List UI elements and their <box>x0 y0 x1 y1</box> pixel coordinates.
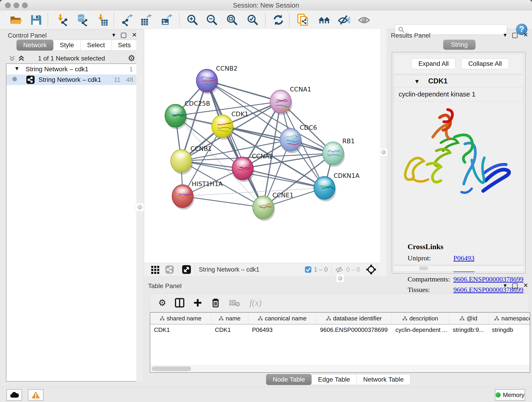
splitter-handle[interactable] <box>136 203 144 211</box>
vertical-splitter-right[interactable] <box>380 29 386 276</box>
vertical-splitter-left[interactable] <box>136 30 143 382</box>
node-label: CDC6 <box>300 124 317 131</box>
table-cell[interactable]: stringdb:9... <box>449 325 488 333</box>
table-cell[interactable]: cyclin-dependent ... <box>392 325 449 333</box>
import-database-icon[interactable] <box>76 14 88 26</box>
collapse-all-button[interactable]: Collapse All <box>461 58 509 69</box>
show-columns-icon[interactable] <box>175 298 184 307</box>
network-collection-row[interactable]: ▼ String Network – cdk1 1 <box>6 64 138 75</box>
network-node-rb1[interactable] <box>323 142 345 167</box>
delete-column-icon[interactable] <box>211 298 220 308</box>
home-networks-icon[interactable] <box>318 14 330 26</box>
zoom-in-icon[interactable] <box>186 14 199 26</box>
column-header-name[interactable]: name <box>211 313 248 324</box>
horizontal-splitter[interactable] <box>144 276 532 280</box>
birds-eye-view-icon[interactable] <box>182 265 191 274</box>
tab-select[interactable]: Select <box>81 40 112 51</box>
column-header-canonical-name[interactable]: canonical name <box>248 313 317 324</box>
tab-node-table[interactable]: Node Table <box>266 374 312 385</box>
results-scrollbar[interactable] <box>394 266 524 272</box>
network-node-hist1h1a[interactable] <box>172 185 194 210</box>
panel-close-icon[interactable]: ✕ <box>132 32 137 38</box>
crosslink-link[interactable]: P06493 <box>453 254 475 262</box>
tab-style[interactable]: Style <box>53 40 81 51</box>
expand-all-button[interactable]: Expand All <box>411 58 456 69</box>
network-edge[interactable] <box>243 168 324 188</box>
panel-float-icon[interactable]: ▢ <box>512 32 518 38</box>
grid-view-icon[interactable] <box>151 265 160 274</box>
import-network-icon[interactable] <box>56 14 68 26</box>
memory-button[interactable]: Memory <box>495 389 525 401</box>
table-options-gear-icon[interactable]: ⚙ <box>158 298 166 308</box>
column-type-icon <box>460 316 464 320</box>
add-column-icon[interactable] <box>193 298 202 307</box>
hide-selection-eye-icon[interactable] <box>338 14 350 26</box>
open-session-icon[interactable] <box>10 14 22 26</box>
panel-close-icon[interactable]: ✕ <box>523 282 528 288</box>
network-graph[interactable]: CCNB2CCNA1CDC25BCDK1CDC6RB1CCNB1CCNA2CDK… <box>144 29 380 263</box>
section-collapse-triangle-icon[interactable]: ▼ <box>414 78 420 85</box>
table-cell[interactable]: CDK1 <box>211 325 248 333</box>
tab-edge-table[interactable]: Edge Table <box>312 374 357 385</box>
panel-menu-icon[interactable]: ▾ <box>504 282 507 288</box>
string-view-icon[interactable] <box>165 265 174 274</box>
panel-float-icon[interactable]: ▢ <box>512 282 518 288</box>
export-table-icon[interactable] <box>140 14 152 26</box>
column-header-namespace[interactable]: namespace <box>488 313 530 324</box>
panel-float-icon[interactable]: ▢ <box>120 32 127 38</box>
panel-menu-icon[interactable]: ▾ <box>112 32 115 38</box>
show-eye-icon[interactable] <box>358 14 370 26</box>
table-cell[interactable]: P06493 <box>248 325 317 333</box>
table-scrollbar[interactable] <box>150 365 530 372</box>
tab-network-table[interactable]: Network Table <box>357 374 410 385</box>
results-panel-title: Results Panel <box>391 32 431 39</box>
hidden-eye-icon <box>335 266 344 273</box>
import-table-icon[interactable] <box>96 14 109 26</box>
column-header-id[interactable]: @id <box>449 313 488 324</box>
column-header-database-identifier[interactable]: database identifier <box>317 313 392 324</box>
network-node-cdk1[interactable] <box>212 115 234 140</box>
table-cell[interactable]: 9606.ENSP00000378699 <box>317 325 392 333</box>
collection-expand-triangle-icon[interactable]: ▼ <box>14 65 20 72</box>
cloud-status-button[interactable] <box>6 389 22 401</box>
selected-checkbox-icon[interactable] <box>305 266 312 273</box>
network-edge[interactable] <box>207 81 263 207</box>
column-header-description[interactable]: description <box>392 313 449 324</box>
tab-sets[interactable]: Sets <box>112 40 138 51</box>
panel-close-icon[interactable]: ✕ <box>523 32 528 38</box>
table-row[interactable]: CDK1CDK1P064939606.ENSP00000378699cyclin… <box>150 325 530 333</box>
network-options-gear-icon[interactable]: ⚙ <box>128 53 135 63</box>
network-row-selected[interactable]: String Network – cdk1 11 48 <box>6 75 138 85</box>
zoom-fit-icon[interactable] <box>226 14 238 26</box>
node-table[interactable]: shared namenamecanonical namedatabase id… <box>150 312 530 373</box>
export-network-icon[interactable] <box>121 14 133 26</box>
panel-menu-icon[interactable]: ▾ <box>504 32 507 38</box>
control-panel-title: Control Panel <box>8 32 47 39</box>
network-node-ccna1[interactable] <box>270 90 292 115</box>
refresh-icon[interactable] <box>272 14 285 26</box>
tab-network[interactable]: Network <box>17 40 53 51</box>
network-canvas[interactable]: CCNB2CCNA1CDC25BCDK1CDC6RB1CCNB1CCNA2CDK… <box>144 29 380 276</box>
zoom-selected-icon[interactable] <box>247 14 259 26</box>
network-node-ccnb2[interactable] <box>196 69 219 94</box>
tab-string[interactable]: String <box>443 40 475 50</box>
save-session-icon[interactable] <box>30 14 42 26</box>
table-cell[interactable]: stringdb <box>488 325 530 333</box>
network-node-cdc25b[interactable] <box>165 104 187 129</box>
zoom-out-icon[interactable] <box>206 14 218 26</box>
table-cell[interactable]: CDK1 <box>150 325 211 333</box>
column-header-shared-name[interactable]: shared name <box>150 313 211 324</box>
splitter-handle[interactable] <box>380 148 388 156</box>
network-edge[interactable] <box>183 196 263 207</box>
clone-network-icon[interactable] <box>297 14 309 26</box>
warning-icon <box>32 391 40 399</box>
network-node-cdc6[interactable] <box>280 128 302 153</box>
fit-crosshair-icon[interactable] <box>365 264 377 275</box>
export-image-icon[interactable] <box>160 14 173 26</box>
protein-section-header[interactable]: ▼ CDK1 <box>394 75 524 87</box>
network-node-ccne1[interactable] <box>253 196 275 221</box>
node-label: CDC25B <box>185 100 210 107</box>
warnings-button[interactable] <box>28 389 44 401</box>
collection-name: String Network – cdk1 <box>26 65 89 73</box>
network-node-cdkn1a[interactable] <box>314 177 336 201</box>
